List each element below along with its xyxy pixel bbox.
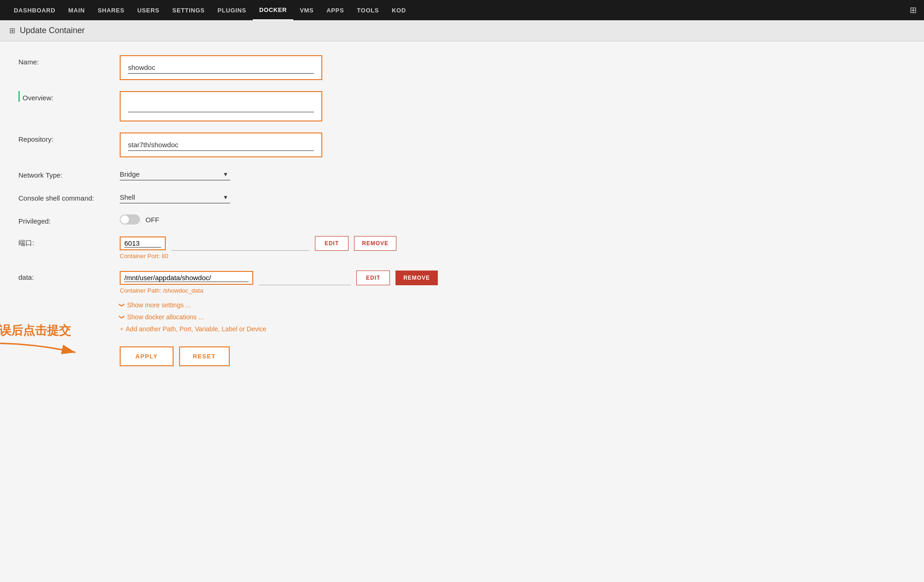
nav-users[interactable]: USERS xyxy=(131,0,166,20)
console-label: Console shell command: xyxy=(18,191,120,202)
nav-main[interactable]: MAIN xyxy=(62,0,91,20)
nav-plugins[interactable]: PLUGINS xyxy=(211,0,253,20)
repository-field xyxy=(120,133,906,157)
overview-input[interactable] xyxy=(128,100,314,112)
port-input-box xyxy=(120,236,166,250)
add-another-link[interactable]: + Add another Path, Port, Variable, Labe… xyxy=(120,325,906,333)
data-edit-button[interactable]: EDIT xyxy=(356,271,390,285)
port-edit-button[interactable]: EDIT xyxy=(315,236,349,251)
nav-dashboard[interactable]: DASHBOARD xyxy=(7,0,62,20)
chevron-down-icon: ❯ xyxy=(119,303,125,307)
show-more-settings-link[interactable]: ❯ Show more settings ... xyxy=(120,301,906,309)
show-docker-allocations-link[interactable]: ❯ Show docker allocations ... xyxy=(120,313,906,321)
port-remaining-input[interactable] xyxy=(171,236,309,251)
toggle-row: OFF xyxy=(120,214,906,225)
privileged-off-label: OFF xyxy=(145,216,159,224)
name-field xyxy=(120,55,906,80)
port-input[interactable] xyxy=(124,239,161,248)
topnav-icon: ⊞ xyxy=(910,5,917,15)
data-input-row: EDIT REMOVE xyxy=(120,271,906,285)
console-select[interactable]: Shell bash sh xyxy=(120,191,230,203)
privileged-row: Privileged: OFF xyxy=(18,214,906,225)
network-type-label: Network Type: xyxy=(18,168,120,179)
data-remaining-input[interactable] xyxy=(259,271,351,285)
reset-button[interactable]: RESET xyxy=(179,346,230,366)
data-label: data: xyxy=(18,271,120,281)
top-navigation: DASHBOARD MAIN SHARES USERS SETTINGS PLU… xyxy=(0,0,924,20)
port-row: 端口: EDIT REMOVE Container Port: 80 xyxy=(18,236,906,259)
links-section: ❯ Show more settings ... ❯ Show docker a… xyxy=(120,301,906,333)
nav-vms[interactable]: VMS xyxy=(293,0,320,20)
apply-button[interactable]: APPLY xyxy=(120,346,174,366)
repository-input[interactable] xyxy=(128,139,314,151)
data-remove-button[interactable]: REMOVE xyxy=(395,271,438,285)
overview-label: Overview: xyxy=(18,91,120,102)
network-type-select[interactable]: Bridge Host None xyxy=(120,168,230,180)
port-label: 端口: xyxy=(18,236,120,248)
annotation-text: 确认无误后点击提交 xyxy=(0,323,71,339)
chevron-down-icon-2: ❯ xyxy=(119,315,125,319)
console-wrapper: Shell bash sh ▼ xyxy=(120,191,230,203)
nav-shares[interactable]: SHARES xyxy=(91,0,131,20)
overview-field xyxy=(120,91,906,121)
privileged-label: Privileged: xyxy=(18,214,120,225)
port-remove-button[interactable]: REMOVE xyxy=(354,236,396,251)
main-content: Name: Overview: Repository: Network Type… xyxy=(0,41,924,582)
annotation-arrow xyxy=(0,339,80,362)
nav-docker[interactable]: DOCKER xyxy=(253,0,293,20)
name-row: Name: xyxy=(18,55,906,80)
name-highlight-box xyxy=(120,55,322,80)
privileged-toggle[interactable] xyxy=(120,214,140,225)
network-type-wrapper: Bridge Host None ▼ xyxy=(120,168,230,180)
data-row: data: EDIT REMOVE Container Path: /showd… xyxy=(18,271,906,366)
nav-tools[interactable]: TOOLS xyxy=(350,0,385,20)
network-type-row: Network Type: Bridge Host None ▼ xyxy=(18,168,906,180)
data-field: EDIT REMOVE Container Path: /showdoc_dat… xyxy=(120,271,906,366)
repository-label: Repository: xyxy=(18,133,120,143)
nav-settings[interactable]: SETTINGS xyxy=(166,0,211,20)
repository-row: Repository: xyxy=(18,133,906,157)
console-field: Shell bash sh ▼ xyxy=(120,191,906,203)
annotation-container: 确认无误后点击提交 APPLY RESET xyxy=(120,346,906,366)
name-label: Name: xyxy=(18,55,120,66)
annotation-wrapper: 确认无误后点击提交 xyxy=(0,323,80,362)
page-title: Update Container xyxy=(20,26,85,35)
container-path-label: Container Path: /showdoc_data xyxy=(120,287,906,294)
plus-icon: + xyxy=(118,327,125,330)
network-type-field: Bridge Host None ▼ xyxy=(120,168,906,180)
repository-highlight-box xyxy=(120,133,322,157)
page-header: ⊞ Update Container xyxy=(0,20,924,41)
overview-highlight-box xyxy=(120,91,322,121)
nav-apps[interactable]: APPS xyxy=(320,0,350,20)
overview-row: Overview: xyxy=(18,91,906,121)
name-input[interactable] xyxy=(128,62,314,74)
port-field: EDIT REMOVE Container Port: 80 xyxy=(120,236,906,259)
console-row: Console shell command: Shell bash sh ▼ xyxy=(18,191,906,203)
privileged-field: OFF xyxy=(120,214,906,225)
container-port-label: Container Port: 80 xyxy=(120,253,906,259)
action-buttons: APPLY RESET xyxy=(120,346,906,366)
nav-kod[interactable]: KOD xyxy=(385,0,413,20)
data-input-box xyxy=(120,271,253,285)
port-input-row: EDIT REMOVE xyxy=(120,236,906,251)
data-path-input[interactable] xyxy=(124,274,249,282)
grid-icon: ⊞ xyxy=(9,26,15,35)
